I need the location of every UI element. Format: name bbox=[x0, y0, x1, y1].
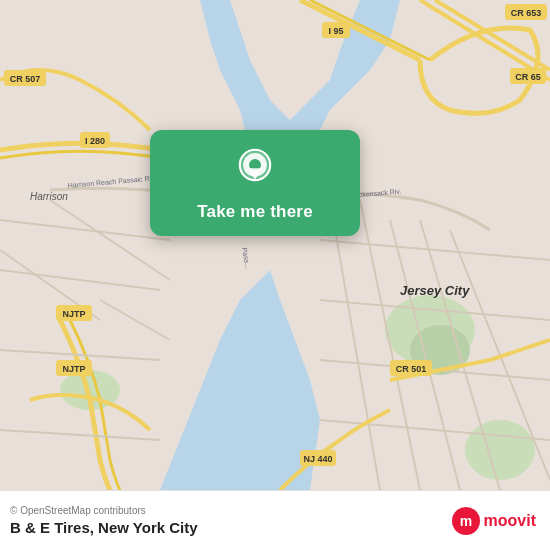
svg-text:m: m bbox=[459, 513, 471, 529]
moovit-logo[interactable]: m moovit bbox=[452, 507, 536, 535]
svg-text:I 280: I 280 bbox=[85, 136, 105, 146]
location-pin-icon bbox=[233, 148, 277, 192]
location-info: © OpenStreetMap contributors B & E Tires… bbox=[10, 505, 198, 536]
svg-text:Jersey City: Jersey City bbox=[400, 283, 470, 298]
bottom-bar: © OpenStreetMap contributors B & E Tires… bbox=[0, 490, 550, 550]
take-me-there-label: Take me there bbox=[197, 202, 313, 222]
take-me-there-card[interactable]: Take me there bbox=[150, 130, 360, 236]
svg-text:I 95: I 95 bbox=[328, 26, 343, 36]
moovit-brand-text: moovit bbox=[484, 512, 536, 530]
svg-text:CR 653: CR 653 bbox=[511, 8, 542, 18]
svg-text:CR 507: CR 507 bbox=[10, 74, 41, 84]
svg-text:NJTP: NJTP bbox=[62, 364, 85, 374]
moovit-icon: m bbox=[452, 507, 480, 535]
svg-point-6 bbox=[465, 420, 535, 480]
location-name: B & E Tires, New York City bbox=[10, 519, 198, 536]
svg-text:NJ 440: NJ 440 bbox=[303, 454, 332, 464]
attribution-text: © OpenStreetMap contributors bbox=[10, 505, 198, 516]
svg-text:CR 65: CR 65 bbox=[515, 72, 541, 82]
svg-text:NJTP: NJTP bbox=[62, 309, 85, 319]
svg-text:Harrison: Harrison bbox=[30, 191, 68, 202]
map-container: CR 653 CR 65 I 95 CR 507 I 280 Harrison … bbox=[0, 0, 550, 490]
svg-text:CR 501: CR 501 bbox=[396, 364, 427, 374]
